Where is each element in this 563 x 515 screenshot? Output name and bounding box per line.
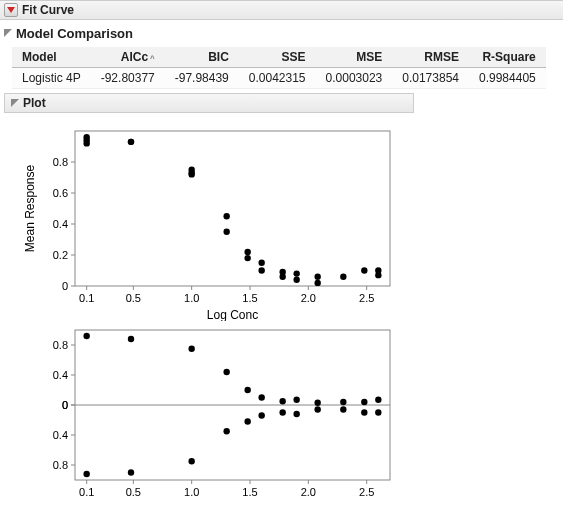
svg-point-45 [293,270,299,276]
svg-point-38 [244,249,250,255]
svg-text:1.0: 1.0 [184,486,199,498]
svg-rect-3 [75,131,390,286]
scatter-chart-top: 00.20.40.60.80.10.51.01.52.02.5Log ConcM… [20,121,400,321]
svg-text:0: 0 [62,280,68,292]
svg-point-78 [83,333,89,339]
svg-text:0.4: 0.4 [53,429,68,441]
svg-point-101 [375,409,381,415]
svg-point-93 [223,428,229,434]
col-model[interactable]: Model [12,47,91,68]
svg-point-30 [83,140,89,146]
table-header-row: Model AICc^ BIC SSE MSE RMSE R-Square [12,47,546,68]
svg-point-49 [361,267,367,273]
plot-area: 00.20.40.60.80.10.51.01.52.02.5Log ConcM… [20,121,563,505]
col-sse[interactable]: SSE [239,47,316,68]
col-bic[interactable]: BIC [165,47,239,68]
svg-point-85 [293,397,299,403]
disclosure-triangle-icon[interactable] [2,29,12,38]
svg-marker-1 [4,29,12,37]
svg-point-39 [244,255,250,261]
model-comparison-title: Model Comparison [16,26,133,41]
svg-text:0.1: 0.1 [79,292,94,304]
svg-point-89 [375,397,381,403]
svg-point-87 [340,399,346,405]
sort-ascending-icon: ^ [150,54,155,63]
svg-point-41 [258,267,264,273]
scatter-chart-bottom: 00.40.80.80.400.10.51.01.52.02.5 [20,325,400,505]
svg-text:0.6: 0.6 [53,187,68,199]
svg-point-94 [244,418,250,424]
svg-text:1.0: 1.0 [184,292,199,304]
svg-point-100 [361,409,367,415]
svg-text:Mean Response: Mean Response [23,164,37,252]
plot-section-header: Plot [4,93,414,113]
svg-point-82 [244,387,250,393]
svg-text:Log Conc: Log Conc [207,308,258,321]
svg-point-86 [314,400,320,406]
svg-point-51 [375,272,381,278]
svg-point-35 [188,171,194,177]
panel-title: Fit Curve [22,3,74,17]
svg-point-83 [258,394,264,400]
col-rmse[interactable]: RMSE [392,47,469,68]
svg-text:0.8: 0.8 [53,459,68,471]
svg-point-37 [223,229,229,235]
svg-text:0.1: 0.1 [79,486,94,498]
cell-sse: 0.0042315 [239,68,316,89]
svg-text:0.2: 0.2 [53,249,68,261]
svg-point-40 [258,260,264,266]
svg-text:2.0: 2.0 [301,486,316,498]
svg-marker-0 [7,7,15,13]
plot-section-title: Plot [23,96,46,110]
model-comparison-header: Model Comparison [0,24,563,43]
svg-point-90 [83,471,89,477]
cell-mse: 0.0003023 [316,68,393,89]
svg-point-32 [128,139,134,145]
svg-point-92 [188,458,194,464]
svg-point-43 [279,269,285,275]
svg-point-98 [314,406,320,412]
svg-text:0.8: 0.8 [53,339,68,351]
col-aicc[interactable]: AICc^ [91,47,165,68]
svg-text:0.5: 0.5 [126,292,141,304]
svg-point-47 [314,274,320,280]
svg-text:0.4: 0.4 [53,369,68,381]
svg-text:0: 0 [62,399,68,411]
table-row[interactable]: Logistic 4P -92.80377 -97.98439 0.004231… [12,68,546,89]
disclosure-triangle-icon[interactable] [9,99,19,108]
svg-point-97 [293,411,299,417]
svg-point-46 [314,280,320,286]
svg-text:2.0: 2.0 [301,292,316,304]
svg-text:1.5: 1.5 [242,486,257,498]
cell-bic: -97.98439 [165,68,239,89]
svg-point-91 [128,469,134,475]
svg-point-48 [340,274,346,280]
svg-point-88 [361,399,367,405]
svg-point-84 [279,398,285,404]
cell-aicc: -92.80377 [91,68,165,89]
col-rsquare[interactable]: R-Square [469,47,546,68]
svg-text:0.8: 0.8 [53,156,68,168]
svg-point-96 [279,409,285,415]
model-comparison-table: Model AICc^ BIC SSE MSE RMSE R-Square Lo… [12,47,546,89]
svg-point-79 [128,336,134,342]
panel-header: Fit Curve [0,0,563,20]
svg-text:2.5: 2.5 [359,292,374,304]
svg-point-36 [223,213,229,219]
cell-rsquare: 0.9984405 [469,68,546,89]
svg-point-80 [188,346,194,352]
svg-text:0.4: 0.4 [53,218,68,230]
cell-model: Logistic 4P [12,68,91,89]
svg-point-99 [340,406,346,412]
svg-marker-2 [11,99,19,107]
svg-text:0.5: 0.5 [126,486,141,498]
svg-point-44 [293,277,299,283]
svg-point-81 [223,369,229,375]
panel-red-triangle-icon[interactable] [4,3,18,17]
svg-text:1.5: 1.5 [242,292,257,304]
svg-point-95 [258,412,264,418]
cell-rmse: 0.0173854 [392,68,469,89]
svg-text:2.5: 2.5 [359,486,374,498]
col-mse[interactable]: MSE [316,47,393,68]
